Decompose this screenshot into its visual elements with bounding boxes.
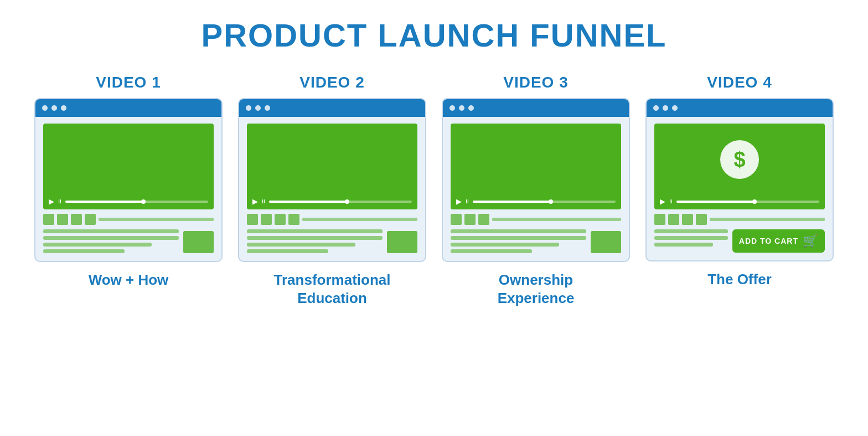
progress-thumb-1	[141, 199, 146, 204]
text-lines-1	[43, 229, 214, 253]
dot-7	[450, 105, 455, 111]
text-line-13	[654, 229, 728, 233]
dot-3	[61, 105, 66, 111]
text-lines-right-3	[591, 231, 621, 253]
thumb-8	[288, 214, 299, 225]
dot-4	[246, 105, 251, 111]
add-to-cart-area: ADD TO CART 🛒	[732, 229, 825, 253]
text-line-3	[43, 243, 152, 247]
text-line-11	[451, 243, 559, 247]
dot-5	[255, 105, 261, 111]
video1-label: VIDEO 1	[96, 74, 161, 91]
thumb-2	[57, 214, 68, 225]
play-icon-1: ▶	[49, 198, 54, 205]
browser-mockup-1: ▶ ⏸	[34, 98, 223, 262]
video-controls-2: ▶ ⏸	[247, 198, 417, 205]
video-controls-4: ▶ ⏸	[654, 198, 825, 205]
browser-content-1: ▶ ⏸	[35, 117, 221, 261]
video1-caption: Wow + How	[89, 271, 169, 289]
dot-10	[653, 105, 659, 111]
play-icon-2: ▶	[252, 198, 258, 205]
browser-content-3: ▶ ⏸	[443, 117, 629, 261]
video-area-1: ▶ ⏸	[43, 124, 214, 209]
thumb-1	[43, 214, 54, 225]
play-icon-4: ▶	[660, 198, 665, 205]
text-lines-left-3	[451, 229, 586, 253]
thumb-15	[696, 214, 707, 225]
thumb-line-2	[302, 218, 417, 221]
browser-topbar-4	[647, 99, 833, 117]
dollar-sign-icon: $	[733, 148, 745, 172]
thumb-10	[464, 214, 476, 225]
thumbnails-row-1	[43, 214, 214, 225]
videos-row: VIDEO 1 ▶ ⏸	[34, 74, 834, 307]
text-lines-left-1	[43, 229, 179, 253]
thumbnails-row-3	[451, 214, 621, 225]
progress-fill-1	[65, 201, 144, 203]
video3-label: VIDEO 3	[503, 74, 568, 91]
progress-bar-1	[65, 201, 208, 203]
text-line-2	[43, 236, 179, 240]
thumb-9	[451, 214, 462, 225]
video-area-3: ▶ ⏸	[451, 124, 621, 209]
thumb-line-1	[99, 218, 214, 221]
text-lines-left-2	[247, 229, 383, 253]
thumb-6	[261, 214, 272, 225]
add-to-cart-label: ADD TO CART	[739, 237, 798, 246]
thumb-line-4	[710, 218, 825, 221]
play-icon-3: ▶	[456, 198, 462, 205]
pause-icon-4: ⏸	[668, 199, 674, 204]
progress-thumb-2	[345, 199, 349, 204]
text-line-14	[654, 236, 728, 240]
text-line-8	[247, 249, 328, 253]
progress-bar-2	[269, 201, 412, 203]
video-controls-3: ▶ ⏸	[451, 198, 621, 205]
text-lines-right-1	[183, 231, 214, 253]
text-lines-4: ADD TO CART 🛒	[654, 229, 825, 253]
text-line-10	[451, 236, 586, 240]
video4-label: VIDEO 4	[707, 74, 772, 91]
thumb-7	[275, 214, 286, 225]
browser-content-4: $ ▶ ⏸	[647, 117, 833, 260]
text-line-12	[451, 249, 532, 253]
browser-topbar-2	[239, 99, 425, 117]
text-lines-left-4	[654, 229, 728, 253]
text-line-4	[43, 249, 125, 253]
add-to-cart-button[interactable]: ADD TO CART 🛒	[732, 229, 825, 253]
pause-icon-1: ⏸	[57, 199, 63, 204]
thumb-13	[668, 214, 679, 225]
thumb-12	[654, 214, 665, 225]
text-line-15	[654, 243, 713, 247]
browser-topbar-1	[35, 99, 221, 117]
thumb-11	[478, 214, 489, 225]
text-line-5	[247, 229, 383, 233]
video3-caption: OwnershipExperience	[498, 271, 575, 307]
dot-9	[468, 105, 474, 111]
cart-icon: 🛒	[803, 234, 818, 248]
text-line-7	[247, 243, 355, 247]
progress-thumb-3	[549, 199, 553, 204]
text-lines-2	[247, 229, 417, 253]
thumb-line-3	[492, 218, 621, 221]
thumbnails-row-2	[247, 214, 417, 225]
progress-thumb-4	[752, 199, 757, 204]
progress-fill-4	[676, 201, 755, 203]
thumb-3	[71, 214, 82, 225]
thumb-4	[85, 214, 96, 225]
video-column-2: VIDEO 2 ▶ ⏸	[238, 74, 426, 307]
progress-bar-4	[676, 201, 819, 203]
progress-bar-3	[473, 201, 616, 203]
browser-mockup-4: $ ▶ ⏸	[645, 98, 834, 261]
dot-12	[672, 105, 678, 111]
browser-content-2: ▶ ⏸	[239, 117, 425, 261]
dot-1	[42, 105, 48, 111]
thumb-5	[247, 214, 258, 225]
text-lines-3	[451, 229, 621, 253]
progress-fill-2	[269, 201, 348, 203]
text-line-6	[247, 236, 383, 240]
dollar-circle: $	[720, 140, 759, 179]
browser-topbar-3	[443, 99, 629, 117]
progress-fill-3	[473, 201, 551, 203]
dot-2	[51, 105, 57, 111]
video4-caption: The Offer	[707, 270, 772, 289]
